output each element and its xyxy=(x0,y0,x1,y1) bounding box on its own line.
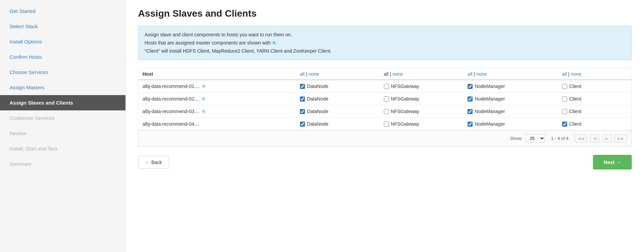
nodemanager-label: NodeManager xyxy=(475,84,505,89)
datanode-cell: DataNode xyxy=(296,80,380,93)
sidebar-item-label: Install, Start and Test xyxy=(10,146,57,151)
show-select[interactable]: 10 25 50 100 xyxy=(526,134,545,143)
client-checkbox[interactable] xyxy=(562,96,567,102)
nodemanager-checkbox[interactable] xyxy=(468,122,473,127)
col4-sep: | xyxy=(568,71,570,77)
nodemanager-checkbox[interactable] xyxy=(468,96,473,102)
nodemanager-checkbox[interactable] xyxy=(468,109,473,114)
assign-table: Host all | none all | none xyxy=(138,69,631,130)
sidebar-item-review: Review xyxy=(0,126,125,141)
sidebar-item-install-start-test: Install, Start and Test xyxy=(0,141,125,156)
host-name: albj-data-recommend-04.... xyxy=(142,121,200,127)
nfsgateway-checkbox[interactable] xyxy=(384,96,389,102)
sidebar-item-confirm-hosts[interactable]: Confirm Hosts xyxy=(0,49,125,65)
master-star-icon: ✻ xyxy=(202,109,206,114)
sidebar-item-assign-slaves[interactable]: Assign Slaves and Clients xyxy=(0,95,125,110)
nfsgateway-checkbox[interactable] xyxy=(384,84,389,89)
col3-sep: | xyxy=(474,71,475,77)
col3-none-link[interactable]: none xyxy=(476,71,487,77)
col-header-host: Host xyxy=(138,69,296,80)
master-star-icon: ✻ xyxy=(202,96,206,102)
table-row: albj-data-recommend-01....✻DataNodeNFSGa… xyxy=(138,80,631,93)
sidebar-item-label: Customize Services xyxy=(10,115,55,121)
nfsgateway-cell: NFSGateway xyxy=(380,93,464,105)
nfsgateway-label: NFSGateway xyxy=(391,121,419,127)
sidebar-item-label: Select Stack xyxy=(10,23,38,29)
datanode-label: DataNode xyxy=(307,84,328,89)
page-info: 1 - 4 of 4 xyxy=(551,136,569,141)
datanode-checkbox[interactable] xyxy=(300,109,305,114)
sidebar-item-label: Install Options xyxy=(10,39,42,44)
client-cell: Client xyxy=(558,93,631,105)
host-cell: albj-data-recommend-02....✻ xyxy=(138,93,296,105)
sidebar-item-choose-services[interactable]: Choose Services xyxy=(0,65,125,80)
sidebar-item-assign-masters[interactable]: Assign Masters xyxy=(0,80,125,95)
table-row: albj-data-recommend-02....✻DataNodeNFSGa… xyxy=(138,93,631,105)
col-header-client: all | none xyxy=(558,69,631,80)
nodemanager-cell: NodeManager xyxy=(463,105,558,118)
host-cell: albj-data-recommend-01....✻ xyxy=(138,80,296,93)
col2-sep: | xyxy=(390,71,391,77)
datanode-checkbox[interactable] xyxy=(300,122,305,127)
info-line-3: "Client" will install HDFS Client, MapRe… xyxy=(145,47,625,55)
datanode-cell: DataNode xyxy=(296,118,380,130)
client-label: Client xyxy=(569,121,581,127)
col4-all-link[interactable]: all xyxy=(562,71,567,77)
datanode-label: DataNode xyxy=(307,96,328,102)
last-page-button[interactable]: ▶▶ xyxy=(615,134,627,142)
client-label: Client xyxy=(569,84,581,89)
col1-sep: | xyxy=(306,71,307,77)
host-cell: albj-data-recommend-03....✻ xyxy=(138,105,296,118)
next-page-button[interactable]: ▶ xyxy=(603,134,611,142)
info-line-2: Hosts that are assigned master component… xyxy=(145,39,625,47)
info-box: Assign slave and client components to ho… xyxy=(138,26,632,60)
sidebar-item-label: Assign Slaves and Clients xyxy=(10,100,73,106)
sidebar-item-summary: Summary xyxy=(0,156,125,172)
nfsgateway-cell: NFSGateway xyxy=(380,118,464,130)
main-content: Assign Slaves and Clients Assign slave a… xyxy=(126,0,644,252)
col4-none-link[interactable]: none xyxy=(571,71,581,77)
master-star-icon: ✻ xyxy=(202,84,206,89)
sidebar-item-label: Summary xyxy=(10,161,31,167)
col1-none-link[interactable]: none xyxy=(308,71,319,77)
col3-all-link[interactable]: all xyxy=(468,71,472,77)
datanode-checkbox[interactable] xyxy=(300,96,305,102)
prev-page-button[interactable]: ◀ xyxy=(590,134,599,142)
client-checkbox[interactable] xyxy=(562,84,567,89)
client-label: Client xyxy=(569,109,581,114)
col2-none-link[interactable]: none xyxy=(392,71,403,77)
client-checkbox[interactable] xyxy=(562,109,567,114)
nodemanager-checkbox[interactable] xyxy=(468,84,473,89)
sidebar-item-customize-services: Customize Services xyxy=(0,110,125,126)
datanode-cell: DataNode xyxy=(296,105,380,118)
nfsgateway-cell: NFSGateway xyxy=(380,80,464,93)
pagination-bar: Show: 10 25 50 100 1 - 4 of 4 ◀◀ ◀ ▶ ▶▶ xyxy=(138,130,631,146)
back-button[interactable]: ← Back xyxy=(138,156,169,169)
nfsgateway-checkbox[interactable] xyxy=(384,109,389,114)
client-cell: Client xyxy=(558,105,631,118)
col2-all-label: all xyxy=(384,71,389,77)
datanode-checkbox[interactable] xyxy=(300,84,305,89)
nfsgateway-checkbox[interactable] xyxy=(384,122,389,127)
first-page-button[interactable]: ◀◀ xyxy=(575,134,587,142)
page-title: Assign Slaves and Clients xyxy=(138,8,632,19)
host-cell: albj-data-recommend-04.... xyxy=(138,118,296,130)
datanode-label: DataNode xyxy=(307,109,328,114)
nfsgateway-cell: NFSGateway xyxy=(380,105,464,118)
sidebar-item-label: Confirm Hosts xyxy=(10,54,42,60)
col1-all-link[interactable]: all xyxy=(300,71,305,77)
nodemanager-cell: NodeManager xyxy=(463,118,558,130)
sidebar-item-get-started[interactable]: Get Started xyxy=(0,3,125,19)
table-row: albj-data-recommend-04....DataNodeNFSGat… xyxy=(138,118,631,130)
nfsgateway-label: NFSGateway xyxy=(391,84,419,89)
sidebar-item-label: Assign Masters xyxy=(10,85,45,90)
sidebar-item-select-stack[interactable]: Select Stack xyxy=(0,19,125,34)
nfsgateway-label: NFSGateway xyxy=(391,96,419,102)
next-button[interactable]: Next → xyxy=(593,155,632,169)
sidebar: Get Started Select Stack Install Options… xyxy=(0,0,126,252)
sidebar-item-install-options[interactable]: Install Options xyxy=(0,34,125,49)
client-cell: Client xyxy=(558,118,631,130)
info-line-1: Assign slave and client components to ho… xyxy=(145,31,625,39)
client-checkbox[interactable] xyxy=(562,122,567,127)
sidebar-item-label: Choose Services xyxy=(10,69,48,75)
